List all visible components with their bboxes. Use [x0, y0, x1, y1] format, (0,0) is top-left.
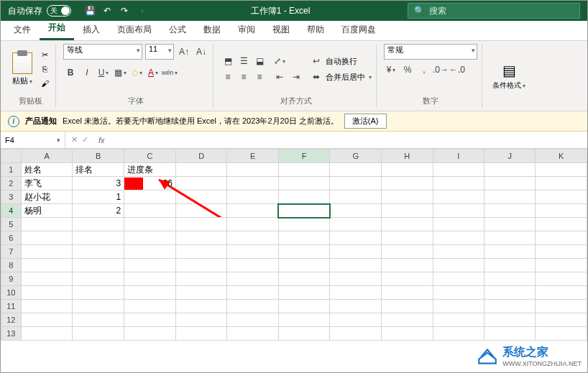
cell[interactable] [433, 245, 484, 259]
cell[interactable] [536, 245, 587, 259]
cell[interactable] [330, 218, 382, 231]
cell[interactable] [175, 286, 227, 300]
italic-icon[interactable]: I [80, 65, 94, 80]
shrink-font-icon[interactable]: A↓ [194, 45, 208, 59]
paste-button[interactable]: 粘贴 [9, 51, 35, 88]
cell[interactable] [536, 313, 587, 327]
toggle-switch[interactable]: 关 [47, 5, 71, 17]
cell[interactable] [536, 231, 587, 245]
cell[interactable] [21, 231, 73, 245]
cell[interactable] [124, 204, 176, 218]
cell[interactable] [330, 272, 382, 286]
cell[interactable] [433, 272, 484, 286]
cell[interactable] [175, 218, 227, 231]
cell[interactable] [175, 327, 227, 341]
search-box[interactable]: 🔍 搜索 [408, 3, 580, 19]
cell[interactable] [433, 300, 484, 313]
cell[interactable] [484, 286, 535, 300]
fx-icon[interactable]: fx [94, 136, 109, 144]
cell[interactable] [382, 286, 433, 300]
col-header[interactable]: E [227, 149, 279, 163]
cell[interactable] [433, 204, 484, 218]
cell[interactable] [73, 286, 124, 300]
cell[interactable] [227, 218, 279, 231]
cell[interactable] [21, 245, 73, 259]
row-header[interactable]: 12 [1, 313, 22, 327]
cell[interactable] [484, 300, 535, 313]
increase-decimal-icon[interactable]: .0→ [433, 63, 448, 77]
cell[interactable] [330, 300, 382, 313]
cell[interactable] [382, 231, 433, 245]
cell[interactable] [73, 313, 124, 327]
row-header[interactable]: 9 [1, 272, 22, 286]
cell[interactable] [175, 231, 227, 245]
cell[interactable] [227, 259, 279, 272]
col-header[interactable]: J [484, 149, 535, 163]
save-icon[interactable]: 💾 [84, 5, 96, 17]
cell[interactable] [175, 190, 227, 204]
row-header[interactable]: 11 [1, 300, 22, 313]
cell[interactable] [227, 286, 279, 300]
cell[interactable] [484, 259, 535, 272]
cell[interactable]: 进度条 [124, 163, 176, 177]
cell[interactable]: 排名 [73, 163, 124, 177]
align-left-icon[interactable]: ≡ [221, 70, 235, 84]
cell[interactable] [330, 313, 382, 327]
cell[interactable] [73, 272, 124, 286]
cell[interactable] [124, 190, 176, 204]
cell[interactable] [330, 259, 382, 272]
cell[interactable] [227, 190, 279, 204]
align-bottom-icon[interactable]: ⬓ [252, 54, 267, 68]
cell[interactable] [124, 327, 176, 341]
cell[interactable] [278, 300, 330, 313]
decrease-decimal-icon[interactable]: ←.0 [450, 63, 464, 77]
cell[interactable] [278, 327, 330, 341]
tab-insert[interactable]: 插入 [74, 19, 109, 40]
tab-view[interactable]: 视图 [264, 19, 298, 40]
cell[interactable] [175, 245, 227, 259]
row-header[interactable]: 2 [1, 177, 22, 190]
row-header[interactable]: 1 [1, 163, 22, 177]
cell[interactable] [124, 272, 176, 286]
cell[interactable] [382, 272, 433, 286]
row-header[interactable]: 5 [1, 218, 22, 231]
cell[interactable] [73, 218, 124, 231]
cell[interactable] [382, 204, 433, 218]
cell[interactable] [73, 327, 124, 341]
cell[interactable] [124, 245, 176, 259]
cell[interactable] [175, 300, 227, 313]
cell[interactable] [484, 177, 535, 190]
autosave-toggle[interactable]: 自动保存 关 [1, 5, 78, 17]
name-box[interactable]: F4▾ [1, 132, 65, 148]
bold-icon[interactable]: B [63, 65, 78, 80]
cell[interactable] [330, 163, 382, 177]
cell[interactable] [433, 190, 484, 204]
worksheet-grid[interactable]: A B C D E F G H I J K 1 姓名 排名 进度条 2 李飞 3… [1, 149, 587, 372]
cell[interactable] [433, 177, 484, 190]
row-header[interactable]: 10 [1, 286, 22, 300]
col-header[interactable]: H [382, 149, 433, 163]
cell[interactable] [330, 286, 382, 300]
cell[interactable] [278, 177, 330, 190]
currency-icon[interactable]: ¥ [384, 63, 398, 77]
tab-help[interactable]: 帮助 [298, 19, 333, 40]
cell[interactable] [330, 327, 382, 341]
cell[interactable] [73, 231, 124, 245]
align-right-icon[interactable]: ≡ [252, 70, 267, 84]
cell[interactable] [484, 204, 535, 218]
cell[interactable] [433, 218, 484, 231]
undo-icon[interactable]: ↶ [101, 5, 113, 17]
cell[interactable] [21, 327, 73, 341]
merge-button[interactable]: ⬌合并后居中 [309, 70, 372, 84]
cell[interactable] [536, 286, 587, 300]
col-header[interactable]: D [175, 149, 227, 163]
cell[interactable] [382, 218, 433, 231]
cell[interactable] [382, 259, 433, 272]
row-header[interactable]: 7 [1, 245, 22, 259]
cell-progress[interactable]: 36 [124, 177, 176, 190]
cell[interactable] [278, 313, 330, 327]
tab-baidu[interactable]: 百度网盘 [333, 19, 385, 40]
cell[interactable] [21, 259, 73, 272]
row-header[interactable]: 13 [1, 327, 22, 341]
col-header[interactable]: B [73, 149, 124, 163]
